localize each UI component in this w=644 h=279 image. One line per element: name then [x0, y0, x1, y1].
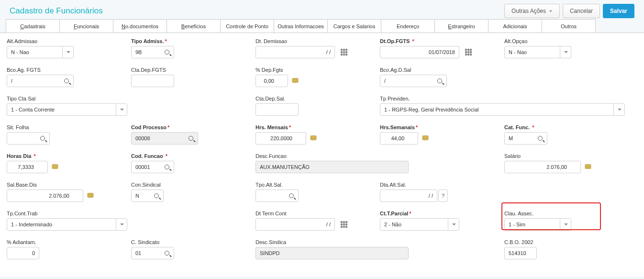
dropdown-icon: [613, 103, 625, 116]
cta-dep-fgts-input[interactable]: [131, 75, 174, 87]
coin-stack-icon: [291, 77, 300, 85]
save-button[interactable]: Salvar: [603, 4, 634, 18]
cbo-2002-label: C.B.O. 2002: [504, 239, 625, 245]
tp-cont-trab-select[interactable]: [7, 218, 127, 231]
horas-dia-label: Horas Dia *: [7, 153, 127, 159]
cod-funcao-label: Cod. Funcao *: [131, 153, 252, 159]
tp-previden-input[interactable]: [380, 103, 625, 116]
horas-dia-input[interactable]: [7, 161, 48, 173]
dt-demissao-label: Dt. Demissao: [255, 38, 376, 44]
tab-8[interactable]: Estrangeiro: [434, 19, 489, 33]
search-icon[interactable]: [435, 77, 444, 85]
coin-stack-icon: [86, 191, 95, 200]
pct-adiantam-input[interactable]: [7, 247, 39, 259]
tab-7[interactable]: Endereço: [381, 19, 435, 33]
hrs-mensais-label: Hrs. Mensais*: [255, 124, 376, 130]
search-icon[interactable]: [38, 134, 47, 143]
tp-previden-select[interactable]: [380, 103, 625, 116]
dta-alt-sal-label: Dta.Alt.Sal.: [380, 182, 500, 188]
tab-10[interactable]: Outros: [542, 19, 596, 33]
coin-stack-icon: [51, 163, 59, 171]
dropdown-icon: [560, 218, 571, 231]
dt-demissao-input[interactable]: [255, 46, 335, 58]
dta-alt-sal-input[interactable]: [380, 190, 437, 202]
desc-funcao-input: [255, 161, 409, 173]
dropdown-icon: [62, 46, 74, 58]
cta-dep-sal-input[interactable]: [255, 103, 299, 116]
dt-term-cont-label: Dt Term Cont: [255, 211, 376, 216]
form-viewport: Alt.Admissao Tipo Admiss.* Dt. Demissao: [0, 33, 644, 277]
calendar-icon[interactable]: [465, 49, 472, 56]
pct-dep-fgts-label: % Dep.Fgts: [255, 67, 376, 73]
dropdown-icon: [116, 218, 127, 231]
form-body: Alt.Admissao Tipo Admiss.* Dt. Demissao: [0, 33, 644, 276]
search-icon[interactable]: [62, 77, 71, 85]
cat-func-label: Cat. Func. *: [504, 124, 625, 130]
cbo-2002-input[interactable]: [504, 247, 537, 259]
pct-dep-fgts-input[interactable]: [255, 75, 288, 87]
hrs-semanais-input[interactable]: [380, 132, 418, 145]
tipo-cta-sal-label: Tipo Cta Sal: [7, 96, 127, 101]
sal-base-dis-input[interactable]: [7, 190, 83, 202]
other-actions-label: Outras Ações: [511, 8, 546, 14]
tab-9[interactable]: Adicionais: [488, 19, 542, 33]
dropdown-icon: [116, 103, 127, 116]
tab-6[interactable]: Cargos e Salarios: [327, 19, 381, 33]
calendar-icon[interactable]: [341, 221, 347, 228]
tp-previden-label: Tp Previden.: [380, 96, 625, 101]
desc-funcao-label: Desc.Funcao: [255, 153, 500, 159]
coin-stack-icon: [309, 134, 318, 143]
hrs-semanais-label: Hrs.Semanais*: [380, 124, 500, 130]
search-icon[interactable]: [287, 191, 296, 200]
ct-t-parcial-select[interactable]: [380, 218, 500, 231]
scroll-area[interactable]: Alt.Admissao Tipo Admiss.* Dt. Demissao: [0, 33, 644, 277]
chevron-down-icon: ▼: [549, 9, 553, 13]
tab-4[interactable]: Controle de Ponto: [220, 19, 274, 33]
tipo-cta-sal-select[interactable]: [7, 103, 127, 116]
desc-sindica-input: [255, 247, 409, 259]
tipo-admiss-label: Tipo Admiss.*: [131, 38, 252, 44]
coin-stack-icon: [584, 163, 592, 171]
tipo-cta-sal-input[interactable]: [7, 103, 127, 116]
cod-processo-label: Cod Processo*: [131, 124, 252, 130]
page-title: Cadastro de Funcionários: [10, 6, 103, 16]
calendar-icon[interactable]: [341, 49, 347, 56]
pct-adiantam-label: % Adiantam.: [7, 239, 127, 245]
c-sindicato-label: C. Sindicato: [131, 239, 252, 245]
help-icon[interactable]: ?: [438, 190, 448, 202]
clau-assec-select[interactable]: [504, 218, 625, 231]
hrs-mensais-input[interactable]: [255, 132, 306, 145]
other-actions-button[interactable]: Outras Ações ▼: [504, 4, 560, 18]
tab-0[interactable]: Cadastrais: [6, 19, 60, 33]
page-header: Cadastro de Funcionários Outras Ações ▼ …: [0, 0, 644, 19]
search-icon[interactable]: [152, 191, 161, 200]
sal-base-dis-label: Sal.Base.Dis: [7, 182, 127, 188]
clau-assec-label: Clau. Assec.: [504, 211, 625, 216]
tp-cont-trab-input[interactable]: [7, 218, 127, 231]
alt-admissao-select[interactable]: [7, 46, 127, 58]
alt-admissao-label: Alt.Admissao: [7, 38, 127, 44]
alt-opcao-label: Alt.Opçao: [504, 38, 625, 44]
cta-dep-sal-label: Cta.Dep.Sal.: [255, 96, 376, 101]
tab-1[interactable]: Funcionais: [59, 19, 113, 33]
dt-term-cont-input[interactable]: [255, 218, 335, 231]
ct-t-parcial-label: Ct.T.Parcial*: [380, 211, 500, 216]
tpo-alt-sal-label: Tpo.Alt.Sal.: [255, 182, 376, 188]
search-icon[interactable]: [163, 48, 171, 56]
tab-bar: CadastraisFuncionaisNo.documentosBenefíc…: [0, 19, 644, 33]
salario-input[interactable]: [504, 161, 581, 173]
dropdown-icon: [448, 218, 459, 231]
tab-5[interactable]: Outras Informacoes: [274, 19, 328, 33]
bco-ag-fgts-label: Bco.Ag. FGTS: [7, 67, 127, 73]
cancel-button[interactable]: Cancelar: [563, 4, 600, 18]
alt-opcao-select[interactable]: [504, 46, 625, 58]
header-actions: Outras Ações ▼ Cancelar Salvar: [504, 4, 634, 18]
search-icon[interactable]: [163, 249, 171, 257]
tab-3[interactable]: Benefícios: [167, 19, 221, 33]
search-icon[interactable]: [187, 134, 195, 143]
tab-2[interactable]: No.documentos: [113, 19, 167, 33]
dt-op-fgts-input[interactable]: [380, 46, 459, 58]
bco-ag-d-sal-label: Bco.Ag.D.Sal: [380, 67, 500, 73]
search-icon[interactable]: [536, 134, 544, 143]
search-icon[interactable]: [163, 163, 171, 171]
